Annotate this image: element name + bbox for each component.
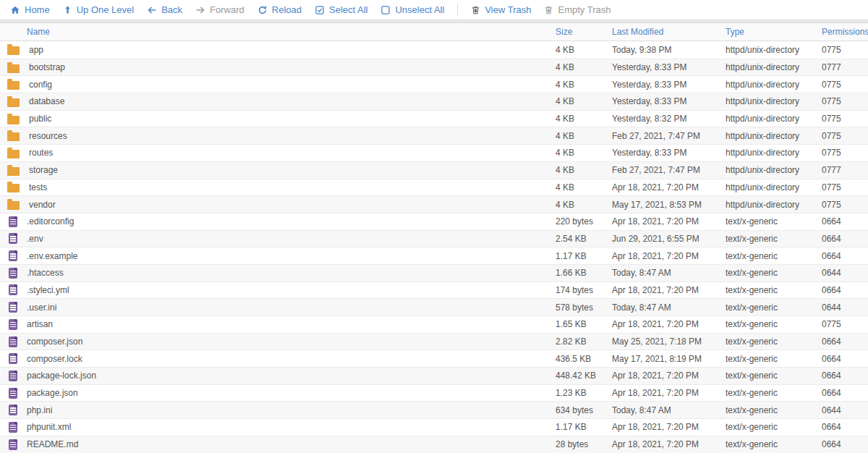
forward-label: Forward	[210, 4, 244, 15]
file-modified: Today, 8:47 AM	[612, 302, 726, 313]
table-row[interactable]: tests 4 KB Apr 18, 2021, 7:20 PM httpd/u…	[0, 179, 868, 196]
file-type: text/x-generic	[726, 216, 822, 226]
file-icon	[9, 405, 17, 415]
file-name: public	[29, 114, 51, 124]
file-permissions: 0777	[822, 62, 868, 72]
left-arrow-icon	[147, 5, 157, 15]
table-row[interactable]: .editorconfig 220 bytes Apr 18, 2021, 7:…	[0, 213, 868, 230]
file-type: text/x-generic	[726, 388, 822, 398]
file-type: httpd/unix-directory	[726, 131, 822, 141]
table-row[interactable]: php.ini 634 bytes Today, 8:47 AM text/x-…	[0, 401, 868, 418]
file-modified: Today, 8:47 AM	[612, 268, 726, 278]
table-row[interactable]: routes 4 KB Yesterday, 8:33 PM httpd/uni…	[0, 144, 868, 161]
file-size: 220 bytes	[556, 216, 612, 226]
checkbox-empty-icon	[380, 5, 391, 15]
folder-icon	[7, 81, 20, 90]
column-header-name[interactable]: Name	[0, 27, 556, 37]
file-size: 1.23 KB	[556, 388, 612, 398]
file-permissions: 0664	[822, 371, 868, 381]
file-size: 28 bytes	[556, 439, 612, 449]
table-row[interactable]: .env 2.54 KB Jun 29, 2021, 6:55 PM text/…	[0, 230, 868, 247]
file-permissions: 0664	[822, 216, 868, 226]
table-row[interactable]: .styleci.yml 174 bytes Apr 18, 2021, 7:2…	[0, 281, 868, 299]
file-size: 436.5 KB	[556, 354, 612, 364]
table-row[interactable]: resources 4 KB Feb 27, 2021, 7:47 PM htt…	[0, 127, 868, 144]
right-arrow-icon	[195, 5, 205, 15]
file-permissions: 0775	[822, 80, 868, 90]
table-row[interactable]: README.md 28 bytes Apr 18, 2021, 7:20 PM…	[0, 436, 868, 453]
column-header-size[interactable]: Size	[556, 27, 612, 37]
file-permissions: 0775	[822, 114, 868, 124]
folder-icon	[7, 116, 20, 124]
file-size: 4 KB	[556, 131, 612, 141]
file-icon	[9, 268, 17, 279]
select-all-button[interactable]: Select All	[315, 4, 367, 15]
home-button[interactable]: Home	[10, 4, 50, 15]
file-size: 4 KB	[556, 96, 612, 106]
table-row[interactable]: storage 4 KB Feb 27, 2021, 7:47 PM httpd…	[0, 161, 868, 179]
file-size: 4 KB	[556, 80, 612, 90]
table-row[interactable]: database 4 KB Yesterday, 8:33 PM httpd/u…	[0, 93, 868, 110]
table-row[interactable]: composer.json 2.82 KB May 25, 2021, 7:18…	[0, 333, 868, 350]
file-modified: Jun 29, 2021, 6:55 PM	[612, 234, 726, 244]
folder-icon	[7, 184, 20, 192]
table-row[interactable]: .htaccess 1.66 KB Today, 8:47 AM text/x-…	[0, 264, 868, 281]
table-row[interactable]: .env.example 1.17 KB Apr 18, 2021, 7:20 …	[0, 247, 868, 264]
file-size: 174 bytes	[556, 285, 612, 295]
file-name: bootstrap	[29, 62, 65, 72]
column-header-modified[interactable]: Last Modified	[612, 27, 726, 37]
file-table-body: app 4 KB Today, 9:38 PM httpd/unix-direc…	[0, 41, 868, 453]
folder-icon	[7, 150, 20, 158]
table-row[interactable]: composer.lock 436.5 KB May 17, 2021, 8:1…	[0, 350, 868, 367]
column-header-type[interactable]: Type	[726, 27, 822, 37]
file-type: text/x-generic	[726, 336, 822, 347]
file-type: httpd/unix-directory	[726, 165, 822, 175]
table-row[interactable]: vendor 4 KB May 17, 2021, 8:53 PM httpd/…	[0, 195, 868, 213]
file-modified: Feb 27, 2021, 7:47 PM	[612, 131, 726, 141]
table-row[interactable]: app 4 KB Today, 9:38 PM httpd/unix-direc…	[0, 41, 868, 59]
file-modified: Apr 18, 2021, 7:20 PM	[612, 285, 726, 295]
file-name: storage	[29, 165, 58, 175]
file-permissions: 0775	[822, 319, 868, 329]
file-permissions: 0664	[822, 388, 868, 398]
empty-trash-button[interactable]: Empty Trash	[544, 4, 610, 15]
file-modified: Yesterday, 8:33 PM	[612, 96, 726, 106]
table-row[interactable]: package.json 1.23 KB Apr 18, 2021, 7:20 …	[0, 384, 868, 402]
file-modified: Apr 18, 2021, 7:20 PM	[612, 388, 726, 398]
file-permissions: 0664	[822, 354, 868, 364]
file-type: httpd/unix-directory	[726, 148, 822, 158]
table-row[interactable]: public 4 KB Yesterday, 8:32 PM httpd/uni…	[0, 110, 868, 127]
file-permissions: 0664	[822, 422, 868, 432]
back-button[interactable]: Back	[147, 4, 182, 15]
column-header-permissions[interactable]: Permissions	[822, 27, 868, 37]
file-size: 1.65 KB	[556, 319, 612, 329]
table-row[interactable]: bootstrap 4 KB Yesterday, 8:33 PM httpd/…	[0, 59, 868, 76]
file-size: 1.66 KB	[556, 268, 612, 278]
home-label: Home	[25, 4, 50, 15]
file-type: httpd/unix-directory	[726, 200, 822, 210]
file-permissions: 0644	[822, 302, 868, 313]
table-row[interactable]: package-lock.json 448.42 KB Apr 18, 2021…	[0, 367, 868, 384]
file-modified: May 17, 2021, 8:53 PM	[612, 200, 726, 210]
view-trash-button[interactable]: View Trash	[471, 4, 531, 15]
file-type: text/x-generic	[726, 234, 822, 244]
table-row[interactable]: .user.ini 578 bytes Today, 8:47 AM text/…	[0, 298, 868, 316]
file-name: README.md	[27, 439, 78, 449]
file-name: app	[29, 45, 43, 55]
reload-button[interactable]: Reload	[258, 4, 302, 15]
file-permissions: 0664	[822, 439, 868, 449]
file-type: text/x-generic	[726, 439, 822, 449]
table-row[interactable]: config 4 KB Yesterday, 8:33 PM httpd/uni…	[0, 75, 868, 93]
up-one-level-button[interactable]: Up One Level	[63, 4, 135, 15]
file-name: .htaccess	[27, 268, 64, 278]
table-row[interactable]: phpunit.xml 1.17 KB Apr 18, 2021, 7:20 P…	[0, 418, 868, 436]
forward-button[interactable]: Forward	[195, 4, 244, 15]
file-icon	[9, 439, 17, 450]
unselect-all-button[interactable]: Unselect All	[380, 4, 444, 15]
file-type: text/x-generic	[726, 285, 822, 295]
file-modified: Feb 27, 2021, 7:47 PM	[612, 165, 726, 175]
file-modified: Today, 8:47 AM	[612, 405, 726, 415]
toolbar-divider	[457, 4, 458, 17]
file-modified: Apr 18, 2021, 7:20 PM	[612, 371, 726, 381]
table-row[interactable]: artisan 1.65 KB Apr 18, 2021, 7:20 PM te…	[0, 316, 868, 333]
